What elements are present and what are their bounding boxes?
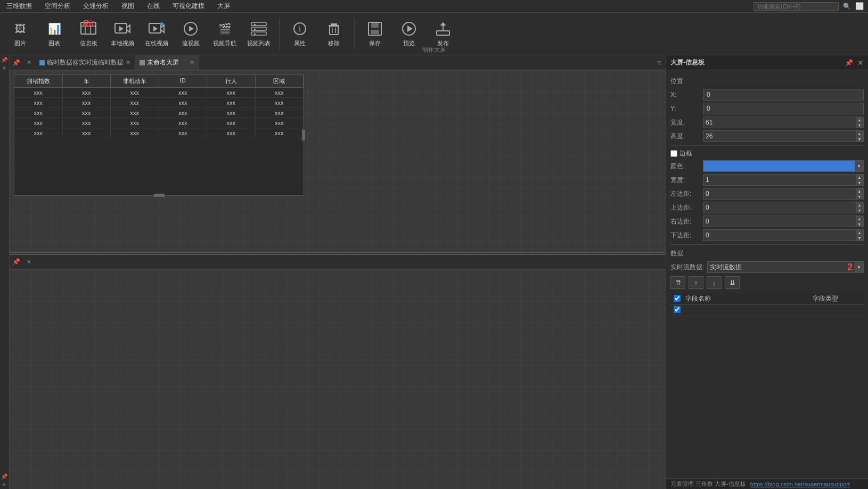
prop-y-input[interactable]: [703, 103, 864, 114]
data-table-widget[interactable]: 拥堵指数 车 非机动车 ID 行人 区域 xxx xxx xxx xxx: [14, 74, 304, 196]
right-panel-close[interactable]: ✕: [857, 59, 864, 67]
tab-temp-data[interactable]: 临时数据@实时流临时数据 ✕: [35, 55, 135, 70]
menu-bigscreen[interactable]: 大屏: [215, 1, 232, 12]
prop-right-margin-spinner[interactable]: ▲ ▼: [703, 216, 864, 227]
prop-border-width-spin-down[interactable]: ▼: [856, 180, 863, 185]
bottom-close-btn[interactable]: ✕: [22, 259, 35, 266]
toolbar-remove[interactable]: 移除: [318, 15, 350, 53]
border-checkbox[interactable]: [670, 150, 677, 157]
toolbar-localvideo[interactable]: 本地视频: [107, 15, 138, 53]
realtime-dropdown-btn[interactable]: ▼: [855, 262, 863, 272]
prop-left-margin-spin-down[interactable]: ▼: [856, 194, 863, 199]
widget-resize-bottom[interactable]: [154, 194, 165, 197]
prop-height-spin-down[interactable]: ▼: [856, 136, 863, 142]
search-icon[interactable]: 🔍: [843, 3, 851, 10]
prop-top-margin-spin-down[interactable]: ▼: [856, 208, 863, 213]
videonav-icon: 🎬: [216, 20, 233, 37]
menu-3d-data[interactable]: 三维数据: [4, 1, 34, 12]
prop-top-margin-spinner[interactable]: ▲ ▼: [703, 202, 864, 213]
prop-left-margin-spin-up[interactable]: ▲: [856, 188, 863, 194]
prop-bottom-margin-spinner[interactable]: ▲ ▼: [703, 229, 864, 241]
canvas-top[interactable]: 拥堵指数 车 非机动车 ID 行人 区域 xxx xxx xxx xxx: [10, 70, 666, 252]
prop-height-input[interactable]: [703, 131, 856, 141]
right-panel-pin[interactable]: 📌: [845, 59, 853, 67]
left-pin-icon-2[interactable]: 📌: [0, 472, 9, 480]
preview-icon: [400, 20, 417, 37]
prop-width-input[interactable]: [703, 118, 856, 127]
col-header-3: ID: [159, 75, 208, 87]
prop-right-margin-spin-down[interactable]: ▼: [856, 221, 863, 227]
prop-bottom-margin-spin-up[interactable]: ▲: [856, 230, 863, 235]
left-pin-icon[interactable]: 📌: [0, 55, 9, 64]
save-icon: [366, 20, 383, 37]
prop-bottom-margin-input[interactable]: [703, 230, 856, 240]
sort-down-btn[interactable]: ↓: [707, 276, 722, 289]
prop-left-margin-spinner[interactable]: ▲ ▼: [703, 188, 864, 200]
bottom-pin-btn[interactable]: 📌: [10, 258, 22, 266]
maximize-icon[interactable]: ⬜: [855, 2, 864, 10]
toolbar-streamvideo[interactable]: 流视频: [175, 15, 207, 53]
prop-right-margin-input[interactable]: [703, 217, 856, 226]
prop-x-input[interactable]: [703, 89, 864, 101]
toolbar-onlinevideo[interactable]: 在线视频: [141, 15, 173, 53]
prop-height-spinner[interactable]: ▲ ▼: [703, 130, 864, 142]
field-row-1-checkbox[interactable]: [674, 306, 681, 313]
prop-right-margin-spin-up[interactable]: ▲: [856, 216, 863, 221]
field-check-col-header: [670, 295, 683, 303]
infoboard-icon: Rit: [80, 20, 97, 37]
toolbar-videolist-label: 视频列表: [247, 39, 271, 47]
prop-border-width-spinner[interactable]: ▲ ▼: [703, 174, 864, 186]
color-dropdown-btn[interactable]: ▼: [855, 161, 863, 171]
menu-view[interactable]: 视图: [119, 1, 136, 12]
prop-border-width-input[interactable]: [703, 175, 856, 185]
toolbar-preview[interactable]: 预览: [393, 15, 425, 53]
svg-rect-28: [371, 30, 379, 34]
field-all-checkbox[interactable]: [674, 295, 681, 302]
cell: xxx: [207, 128, 256, 138]
tab-bar-top: 📌 ✕ 临时数据@实时流临时数据 ✕ 未命名大屏 ✕ ≡: [10, 55, 666, 70]
col-header-5: 区域: [256, 75, 304, 87]
toolbar-properties[interactable]: i 属性: [284, 15, 316, 53]
streamvideo-icon: [182, 20, 199, 37]
canvas-bottom[interactable]: [10, 269, 666, 489]
left-close-icon[interactable]: ✕: [0, 64, 9, 72]
tab-close-btn[interactable]: ✕: [22, 55, 35, 70]
prop-width-spin-down[interactable]: ▼: [856, 122, 863, 128]
toolbar-photo[interactable]: 🖼 图片: [4, 15, 36, 53]
prop-border-width-spin-up[interactable]: ▲: [856, 175, 863, 180]
tab-bigscreen[interactable]: 未命名大屏 ✕: [135, 55, 199, 70]
toolbar-videolist[interactable]: 视频列表: [243, 15, 275, 53]
prop-top-margin-input[interactable]: [703, 203, 856, 212]
toolbar-save-label: 保存: [369, 39, 381, 47]
prop-left-margin-input[interactable]: [703, 189, 856, 198]
tab-temp-data-close[interactable]: ✕: [126, 59, 130, 66]
prop-width-spinner[interactable]: ▲ ▼: [703, 117, 864, 128]
menu-online[interactable]: 在线: [145, 1, 162, 12]
prop-height-spin-up[interactable]: ▲: [856, 131, 863, 136]
widget-resize-right[interactable]: [302, 130, 305, 140]
color-swatch-container[interactable]: ▼: [703, 160, 864, 172]
tab-bigscreen-close[interactable]: ✕: [190, 59, 194, 66]
tab-more-btn[interactable]: ≡: [653, 55, 666, 70]
toolbar-videonav[interactable]: 🎬 视频导航: [209, 15, 241, 53]
sort-up-btn[interactable]: ↑: [689, 276, 703, 289]
menu-traffic-analysis[interactable]: 交通分析: [81, 1, 111, 12]
sort-last-btn[interactable]: ⇊: [725, 276, 740, 289]
realtime-select-container[interactable]: 实时流数据 2 ▼: [707, 261, 864, 273]
table-row: xxx xxx xxx xxx xxx xxx: [14, 128, 304, 138]
toolbar-table[interactable]: 📊 图表: [38, 15, 70, 53]
tab-pin-btn[interactable]: 📌: [10, 55, 22, 70]
prop-top-margin-spin-up[interactable]: ▲: [856, 202, 863, 208]
menu-viz-modeling[interactable]: 可视化建模: [170, 1, 207, 12]
menu-spatial-analysis[interactable]: 空间分析: [43, 1, 72, 12]
color-label: 颜色:: [670, 162, 700, 171]
sort-first-btn[interactable]: ⇈: [670, 276, 685, 289]
toolbar-save[interactable]: 保存: [359, 15, 391, 53]
prop-width-spin-up[interactable]: ▲: [856, 117, 863, 122]
cell: xxx: [63, 118, 111, 128]
bottom-bar-link[interactable]: https://blog.csdn.net/supermapsupport: [750, 481, 850, 487]
toolbar-infoboard[interactable]: Rit 信息板: [72, 15, 104, 53]
prop-bottom-margin-spin-down[interactable]: ▼: [856, 235, 863, 241]
search-input[interactable]: [754, 2, 839, 11]
left-close-icon-2[interactable]: ✕: [0, 480, 9, 489]
